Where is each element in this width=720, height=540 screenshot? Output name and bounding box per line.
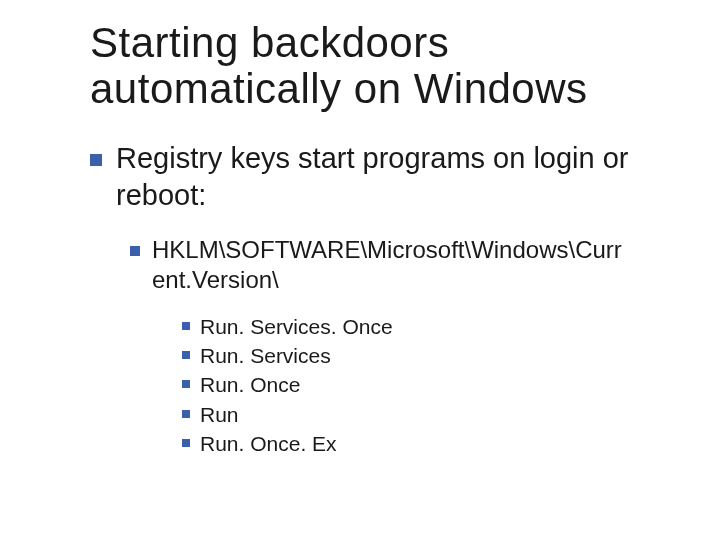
bullet-level1: Registry keys start programs on login or… (90, 140, 680, 213)
level3-text: Run. Services. Once (200, 313, 393, 340)
level2-text: HKLM\SOFTWARE\Microsoft\Windows\Curr ent… (152, 235, 680, 295)
list-item: Run. Once. Ex (182, 430, 680, 457)
square-bullet-icon (182, 351, 190, 359)
list-item: Run. Services (182, 342, 680, 369)
list-item: Run (182, 401, 680, 428)
square-bullet-icon (182, 439, 190, 447)
square-bullet-icon (182, 322, 190, 330)
square-bullet-icon (130, 246, 140, 256)
square-bullet-icon (90, 154, 102, 166)
slide: Starting backdoors automatically on Wind… (0, 0, 720, 540)
level3-text: Run. Services (200, 342, 331, 369)
level3-text: Run. Once. Ex (200, 430, 337, 457)
square-bullet-icon (182, 380, 190, 388)
level1-text: Registry keys start programs on login or… (116, 140, 680, 213)
level3-text: Run. Once (200, 371, 300, 398)
bullet-level3-list: Run. Services. Once Run. Services Run. O… (182, 313, 680, 457)
square-bullet-icon (182, 410, 190, 418)
level3-text: Run (200, 401, 239, 428)
bullet-level2: HKLM\SOFTWARE\Microsoft\Windows\Curr ent… (130, 235, 680, 295)
list-item: Run. Services. Once (182, 313, 680, 340)
list-item: Run. Once (182, 371, 680, 398)
slide-title: Starting backdoors automatically on Wind… (90, 20, 680, 112)
